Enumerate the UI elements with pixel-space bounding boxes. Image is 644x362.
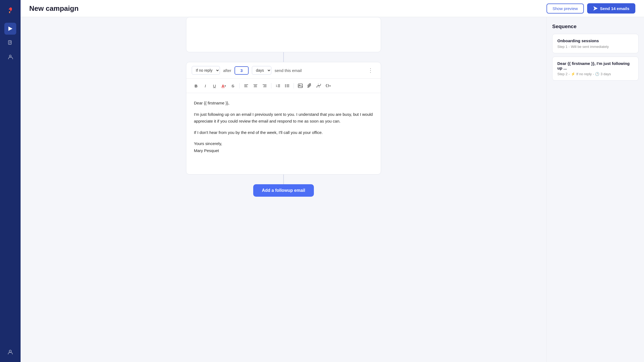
- condition-select[interactable]: If no reply: [192, 66, 220, 75]
- svg-point-20: [285, 84, 286, 85]
- strikethrough-button[interactable]: S: [229, 81, 237, 90]
- align-center-button[interactable]: [251, 81, 260, 90]
- composer-condition-bar: If no reply after days send this email ⋮: [186, 62, 381, 79]
- link-button[interactable]: [314, 81, 323, 90]
- sequence-card-1[interactable]: Onboarding sessions Step 1 - Will be sen…: [552, 34, 639, 53]
- svg-point-22: [285, 87, 286, 87]
- ordered-list-button[interactable]: 1.: [274, 81, 282, 90]
- send-label: Send 14 emails: [600, 6, 629, 11]
- send-emails-button[interactable]: Send 14 emails: [587, 3, 635, 14]
- text-format-group: B I U A ▾ S: [192, 81, 237, 90]
- align-right-button[interactable]: [260, 81, 269, 90]
- sidebar-item-contacts[interactable]: [4, 51, 16, 63]
- send-this-email-text: send this email: [275, 68, 362, 73]
- align-left-button[interactable]: [242, 81, 251, 90]
- sequence-card-2-condition: If no reply: [576, 72, 592, 76]
- email-composer: If no reply after days send this email ⋮…: [186, 62, 381, 175]
- email-body[interactable]: Dear {{ firstname }}, I'm just following…: [186, 93, 381, 174]
- add-followup-button[interactable]: Add a followup email: [253, 184, 314, 197]
- email-greeting: Dear {{ firstname }},: [194, 100, 373, 107]
- email-paragraph-1: I'm just following up on an email I prev…: [194, 111, 373, 125]
- sidebar-item-documents[interactable]: [4, 37, 16, 49]
- bold-button[interactable]: B: [192, 81, 200, 90]
- sequence-title: Sequence: [552, 24, 639, 29]
- sequence-card-1-title: Onboarding sessions: [557, 38, 633, 43]
- body-layout: If no reply after days send this email ⋮…: [21, 17, 644, 362]
- show-preview-button[interactable]: Show preview: [547, 4, 584, 14]
- toolbar-separator-2: [271, 83, 271, 88]
- sidebar: [0, 0, 21, 362]
- app-logo: [4, 4, 16, 16]
- connector-line-1: [283, 52, 284, 62]
- svg-point-0: [5, 5, 15, 15]
- sequence-card-2-sub: Step 2 - ⚡ If no reply - 🕐 3 days: [557, 72, 633, 76]
- color-button[interactable]: A ▾: [219, 81, 228, 90]
- header: New campaign Show preview Send 14 emails: [21, 0, 644, 17]
- svg-text:1.: 1.: [276, 84, 278, 87]
- svg-point-21: [285, 85, 286, 86]
- sequence-card-2-step: Step 2: [557, 72, 568, 76]
- sequence-card-1-sub: Step 1 - Will be sent immediately: [557, 45, 633, 49]
- after-label: after: [223, 68, 231, 73]
- insert-group: {} ▾: [296, 81, 332, 90]
- days-select[interactable]: days: [252, 66, 271, 75]
- sequence-card-2[interactable]: Dear {{ firstname }}, I'm just following…: [552, 57, 639, 81]
- sequence-card-2-title: Dear {{ firstname }}, I'm just following…: [557, 61, 633, 70]
- sequence-card-1-step: Step 1: [557, 45, 568, 49]
- lightning-icon: ⚡: [571, 72, 575, 76]
- send-icon: [593, 6, 598, 11]
- main-content: New campaign Show preview Send 14 emails: [21, 0, 644, 362]
- attachment-button[interactable]: [305, 81, 314, 90]
- unordered-list-button[interactable]: [283, 81, 291, 90]
- email-closing: Yours sincerely,Mary Pesquet: [194, 140, 373, 154]
- email-paragraph-2: If I don't hear from you by the end of t…: [194, 129, 373, 136]
- more-options-button[interactable]: ⋮: [366, 67, 375, 74]
- clock-icon: 🕐: [595, 72, 599, 76]
- sidebar-item-account[interactable]: [4, 346, 16, 358]
- header-actions: Show preview Send 14 emails: [547, 3, 635, 14]
- page-title: New campaign: [29, 4, 79, 13]
- sidebar-item-campaigns[interactable]: [4, 23, 16, 35]
- underline-button[interactable]: U: [210, 81, 219, 90]
- separator-2: -: [569, 72, 570, 76]
- separator-3: -: [593, 72, 594, 76]
- align-group: [242, 81, 269, 90]
- email-card-1: [186, 17, 381, 52]
- right-pane-sequence: Sequence Onboarding sessions Step 1 - Wi…: [547, 17, 644, 362]
- italic-button[interactable]: I: [201, 81, 210, 90]
- image-button[interactable]: [296, 81, 305, 90]
- list-group: 1.: [274, 81, 291, 90]
- separator-dot: -: [569, 45, 570, 49]
- days-input[interactable]: [235, 66, 249, 75]
- connector-line-2: [283, 175, 284, 184]
- toolbar-separator-3: [294, 83, 294, 88]
- center-pane: If no reply after days send this email ⋮…: [21, 17, 547, 362]
- format-toolbar: B I U A ▾ S: [186, 79, 381, 93]
- svg-marker-6: [593, 6, 598, 11]
- sequence-card-1-detail: Will be sent immediately: [571, 45, 609, 49]
- toolbar-separator-1: [239, 83, 240, 88]
- variable-button[interactable]: {} ▾: [324, 81, 332, 90]
- svg-point-4: [9, 55, 11, 57]
- svg-point-5: [9, 350, 11, 352]
- sequence-card-2-time: 3 days: [600, 72, 611, 76]
- svg-marker-1: [8, 27, 12, 31]
